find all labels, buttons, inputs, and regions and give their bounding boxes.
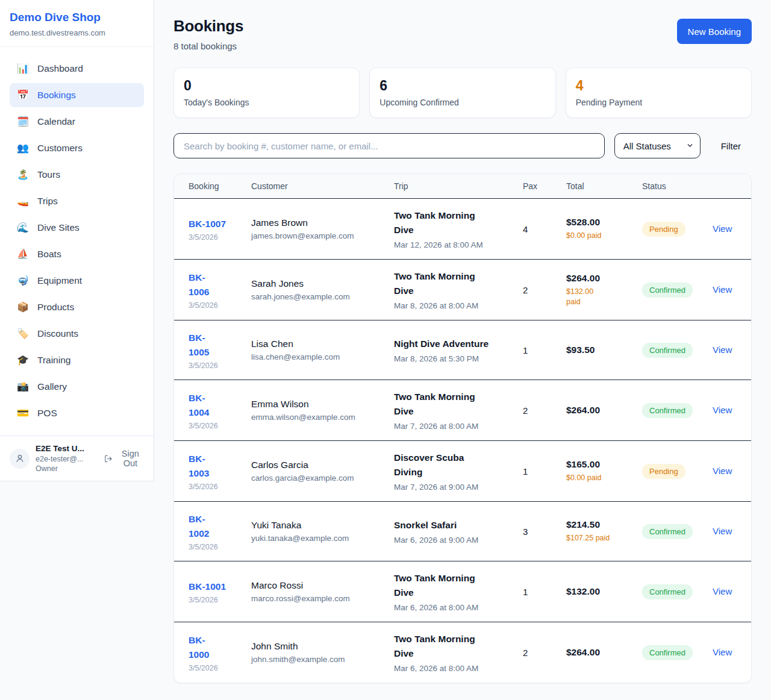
booking-link[interactable]: BK-1005 bbox=[189, 331, 209, 360]
camera-icon: 📸 bbox=[16, 382, 30, 392]
sidebar-item-label: Calendar bbox=[37, 116, 75, 127]
sidebar-item-dashboard[interactable]: 📊Dashboard bbox=[10, 57, 144, 81]
sidebar-item-boats[interactable]: ⛵Boats bbox=[10, 242, 144, 266]
customer-name: Carlos Garcia bbox=[251, 460, 375, 470]
booking-date: 3/5/2026 bbox=[189, 664, 232, 672]
customer-email: marco.rossi@example.com bbox=[251, 594, 375, 603]
customer-cell: Yuki Tanakayuki.tanaka@example.com bbox=[242, 502, 384, 561]
sidebar-item-products[interactable]: 📦Products bbox=[10, 295, 144, 319]
view-link[interactable]: View bbox=[713, 284, 732, 295]
status-cell: Confirmed bbox=[632, 320, 703, 380]
total-amount: $132.00 bbox=[566, 586, 623, 597]
pax-cell: 1 bbox=[513, 441, 557, 502]
trip-cell: Two Tank MorningDiveMar 8, 2026 at 8:00 … bbox=[384, 260, 513, 320]
sidebar-item-label: Tours bbox=[37, 169, 60, 180]
sidebar-item-calendar[interactable]: 🗓️Calendar bbox=[10, 110, 144, 134]
stat-card-todays-bookings: 0 Today's Bookings bbox=[173, 67, 360, 118]
trip-cell: Two Tank MorningDiveMar 6, 2026 at 8:00 … bbox=[384, 561, 513, 622]
booking-link[interactable]: BK-1003 bbox=[189, 452, 209, 481]
view-link[interactable]: View bbox=[713, 345, 732, 355]
sidebar-item-bookings[interactable]: 📅Bookings bbox=[10, 83, 144, 107]
sidebar-item-label: Equipment bbox=[37, 275, 82, 286]
pax-cell: 1 bbox=[513, 561, 557, 622]
actions-cell: View bbox=[703, 502, 752, 561]
status-badge: Confirmed bbox=[642, 343, 693, 358]
trip-name: Two Tank MorningDive bbox=[394, 632, 504, 661]
sidebar-item-trips[interactable]: 🚤Trips bbox=[10, 189, 144, 213]
actions-cell: View bbox=[703, 320, 752, 380]
search-input[interactable] bbox=[173, 133, 605, 158]
sidebar-item-label: Customers bbox=[37, 143, 83, 154]
stat-value: 4 bbox=[576, 78, 741, 93]
sidebar-item-discounts[interactable]: 🏷️Discounts bbox=[10, 322, 144, 346]
sign-out-button[interactable]: Sign Out bbox=[104, 449, 144, 468]
column-header-booking: Booking bbox=[174, 174, 242, 199]
booking-link[interactable]: BK-1001 bbox=[189, 580, 226, 594]
main-content: Bookings 8 total bookings New Booking 0 … bbox=[154, 0, 771, 683]
sidebar-item-tours[interactable]: 🏝️Tours bbox=[10, 163, 144, 187]
booking-cell: BK-10053/5/2026 bbox=[174, 320, 242, 380]
new-booking-button[interactable]: New Booking bbox=[677, 19, 752, 44]
total-amount: $93.50 bbox=[566, 345, 623, 355]
actions-cell: View bbox=[703, 380, 752, 441]
spiral-calendar-icon: 🗓️ bbox=[16, 117, 30, 127]
view-link[interactable]: View bbox=[713, 526, 732, 536]
filter-button[interactable]: Filter bbox=[710, 141, 752, 151]
booking-link[interactable]: BK-1000 bbox=[189, 633, 209, 662]
booking-cell: BK-10043/5/2026 bbox=[174, 380, 242, 441]
bar-chart-icon: 📊 bbox=[16, 64, 30, 73]
booking-link[interactable]: BK-1004 bbox=[189, 391, 209, 420]
pax-value: 4 bbox=[523, 224, 547, 234]
stats-row: 0 Today's Bookings 6 Upcoming Confirmed … bbox=[173, 67, 752, 118]
trip-datetime: Mar 8, 2026 at 5:30 PM bbox=[394, 354, 504, 363]
view-link[interactable]: View bbox=[713, 647, 732, 657]
table-row: BK-10023/5/2026Yuki Tanakayuki.tanaka@ex… bbox=[174, 502, 752, 561]
total-cell: $264.00 bbox=[557, 380, 632, 441]
sidebar-item-label: Boats bbox=[37, 249, 61, 260]
sidebar-item-gallery[interactable]: 📸Gallery bbox=[10, 375, 144, 399]
total-amount: $165.00 bbox=[566, 459, 623, 470]
sidebar-item-equipment[interactable]: 🤿Equipment bbox=[10, 269, 144, 293]
total-cell: $264.00$132.00paid bbox=[557, 260, 632, 320]
booking-date: 3/5/2026 bbox=[189, 301, 232, 310]
user-info: E2E Test U... e2e-tester@... Owner bbox=[36, 444, 96, 473]
status-badge: Confirmed bbox=[642, 584, 693, 599]
sidebar-item-dive-sites[interactable]: 🌊Dive Sites bbox=[10, 216, 144, 240]
trip-cell: Two Tank MorningDiveMar 12, 2026 at 8:00… bbox=[384, 199, 513, 260]
pax-cell: 1 bbox=[513, 320, 557, 380]
bookings-table-card: BookingCustomerTripPaxTotalStatus BK-100… bbox=[173, 173, 752, 683]
view-link[interactable]: View bbox=[713, 586, 732, 596]
sidebar-item-pos[interactable]: 💳POS bbox=[10, 401, 144, 425]
trip-datetime: Mar 8, 2026 at 8:00 AM bbox=[394, 301, 504, 310]
trip-cell: Discover ScubaDivingMar 7, 2026 at 9:00 … bbox=[384, 441, 513, 502]
page-title: Bookings bbox=[173, 17, 243, 36]
column-header-trip: Trip bbox=[384, 174, 513, 199]
sidebar-item-customers[interactable]: 👥Customers bbox=[10, 136, 144, 160]
status-badge: Confirmed bbox=[642, 403, 693, 418]
calendar-date-icon: 📅 bbox=[16, 90, 30, 100]
view-link[interactable]: View bbox=[713, 223, 732, 234]
column-header-actions bbox=[703, 174, 752, 199]
view-link[interactable]: View bbox=[713, 405, 732, 415]
customer-cell: Emma Wilsonemma.wilson@example.com bbox=[242, 380, 384, 441]
view-link[interactable]: View bbox=[713, 466, 732, 476]
trip-datetime: Mar 6, 2026 at 8:00 AM bbox=[394, 664, 504, 673]
paid-amount: $107.25 paid bbox=[566, 533, 623, 543]
total-amount: $528.00 bbox=[566, 217, 623, 228]
trip-name: Night Dive Adventure bbox=[394, 337, 504, 351]
logout-icon bbox=[104, 454, 113, 464]
status-select[interactable]: All Statuses bbox=[614, 133, 701, 158]
table-row: BK-10013/5/2026Marco Rossimarco.rossi@ex… bbox=[174, 561, 752, 622]
booking-date: 3/5/2026 bbox=[189, 422, 232, 430]
booking-cell: BK-10073/5/2026 bbox=[174, 199, 242, 260]
package-icon: 📦 bbox=[16, 302, 30, 312]
sidebar-item-training[interactable]: 🎓Training bbox=[10, 348, 144, 372]
paid-amount: $132.00paid bbox=[566, 287, 623, 307]
booking-link[interactable]: BK-1007 bbox=[189, 217, 226, 231]
booking-link[interactable]: BK-1002 bbox=[189, 512, 209, 541]
booking-link[interactable]: BK-1006 bbox=[189, 270, 209, 299]
status-cell: Confirmed bbox=[632, 380, 703, 441]
paid-amount: $0.00 paid bbox=[566, 231, 623, 241]
status-cell: Confirmed bbox=[632, 260, 703, 320]
total-cell: $528.00$0.00 paid bbox=[557, 199, 632, 260]
